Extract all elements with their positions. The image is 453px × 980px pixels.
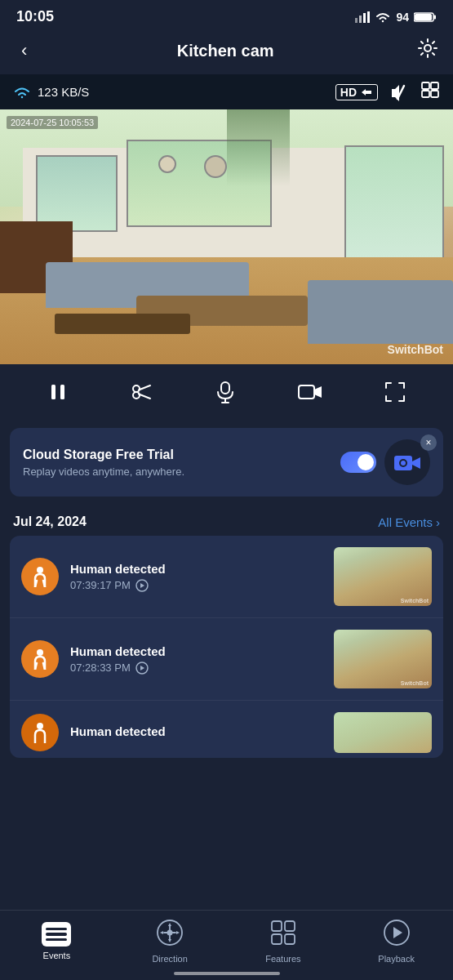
svg-rect-13 bbox=[51, 385, 56, 399]
chevron-right-icon: › bbox=[436, 515, 440, 529]
playback-nav-icon bbox=[383, 919, 411, 950]
events-date: Jul 24, 2024 bbox=[13, 514, 87, 529]
status-icons: 94 bbox=[355, 11, 437, 24]
event-human-icon bbox=[21, 714, 59, 751]
camera-watermark: SwitchBot bbox=[388, 343, 443, 356]
cloud-subtitle: Replay videos anytime, anywhere. bbox=[23, 466, 184, 478]
direction-nav-icon bbox=[156, 919, 184, 950]
nav-item-features[interactable]: Features bbox=[227, 919, 340, 964]
microphone-icon bbox=[215, 381, 235, 403]
cloud-title: Cloud Storage Free Trial bbox=[23, 448, 184, 462]
wifi-status-icon bbox=[13, 86, 31, 99]
event-title: Human detected bbox=[70, 724, 322, 738]
play-icon bbox=[135, 662, 149, 675]
battery-level: 94 bbox=[396, 11, 409, 24]
events-header: Jul 24, 2024 All Events › bbox=[0, 505, 453, 536]
nav-label-features: Features bbox=[265, 954, 300, 964]
camera-timestamp: 2024-07-25 10:05:53 bbox=[7, 116, 98, 129]
page-title: Kitchen cam bbox=[177, 42, 274, 60]
svg-rect-3 bbox=[367, 11, 370, 23]
events-nav-icon bbox=[42, 922, 71, 947]
event-human-icon bbox=[21, 558, 59, 595]
signal-icon bbox=[355, 11, 370, 23]
camera-feed: 2024-07-25 10:05:53 SwitchBot bbox=[0, 109, 453, 364]
gear-icon bbox=[417, 38, 438, 59]
events-list: Human detected 07:39:17 PM SwitchBot bbox=[10, 536, 443, 758]
svg-line-18 bbox=[139, 394, 150, 399]
svg-rect-1 bbox=[359, 16, 362, 23]
microphone-button[interactable] bbox=[206, 376, 245, 408]
video-controls bbox=[0, 364, 453, 420]
mute-button[interactable] bbox=[389, 83, 409, 101]
toolbar-bar: 123 KB/S HD bbox=[0, 74, 453, 109]
svg-point-15 bbox=[133, 385, 140, 392]
svg-point-7 bbox=[424, 45, 431, 51]
svg-rect-6 bbox=[434, 15, 437, 19]
svg-rect-14 bbox=[60, 385, 64, 399]
svg-rect-22 bbox=[299, 385, 314, 399]
event-title: Human detected bbox=[70, 562, 322, 576]
event-title: Human detected bbox=[70, 644, 322, 658]
nav-label-direction: Direction bbox=[152, 954, 187, 964]
nav-item-playback[interactable]: Playback bbox=[340, 919, 453, 964]
svg-point-16 bbox=[133, 392, 140, 399]
pause-icon bbox=[47, 381, 69, 403]
svg-rect-37 bbox=[272, 921, 282, 931]
settings-button[interactable] bbox=[417, 38, 438, 64]
svg-point-25 bbox=[401, 461, 406, 466]
nav-item-direction[interactable]: Direction bbox=[113, 919, 227, 964]
header: ‹ Kitchen cam bbox=[0, 30, 453, 74]
svg-point-36 bbox=[167, 930, 173, 936]
cloud-storage-banner[interactable]: Cloud Storage Free Trial Replay videos a… bbox=[10, 428, 443, 497]
svg-rect-19 bbox=[221, 382, 229, 394]
event-thumbnail[interactable]: SwitchBot bbox=[334, 630, 432, 688]
mute-icon bbox=[389, 83, 409, 101]
svg-rect-0 bbox=[355, 18, 358, 23]
svg-rect-39 bbox=[272, 934, 282, 944]
nav-label-events: Events bbox=[43, 951, 71, 960]
fullscreen-button[interactable] bbox=[375, 376, 415, 408]
list-item[interactable]: Human detected bbox=[10, 701, 443, 758]
battery-icon bbox=[414, 11, 437, 23]
svg-rect-9 bbox=[422, 82, 429, 89]
event-human-icon bbox=[21, 640, 59, 678]
nav-item-events[interactable]: Events bbox=[0, 922, 113, 960]
list-item[interactable]: Human detected 07:39:17 PM SwitchBot bbox=[10, 536, 443, 618]
speed-display: 123 KB/S bbox=[38, 85, 89, 99]
event-thumbnail[interactable]: SwitchBot bbox=[334, 547, 432, 606]
svg-rect-10 bbox=[431, 82, 438, 89]
fullscreen-icon bbox=[384, 381, 406, 403]
svg-point-30 bbox=[37, 649, 43, 656]
back-button[interactable]: ‹ bbox=[15, 37, 33, 65]
grid-icon bbox=[420, 81, 440, 99]
status-bar: 10:05 94 bbox=[0, 0, 453, 30]
event-time: 07:39:17 PM bbox=[70, 579, 322, 592]
svg-point-34 bbox=[37, 723, 43, 729]
svg-rect-38 bbox=[285, 921, 295, 931]
record-icon bbox=[298, 383, 322, 401]
record-button[interactable] bbox=[288, 378, 332, 406]
grid-button[interactable] bbox=[420, 81, 440, 103]
home-indicator bbox=[174, 972, 280, 975]
all-events-link[interactable]: All Events › bbox=[378, 515, 440, 529]
nav-label-playback: Playback bbox=[378, 954, 415, 964]
bottom-nav: Events Direction Features bbox=[0, 910, 453, 980]
event-time: 07:28:33 PM bbox=[70, 662, 322, 675]
list-item[interactable]: Human detected 07:28:33 PM SwitchBot bbox=[10, 618, 443, 701]
svg-rect-11 bbox=[422, 91, 429, 97]
cloud-toggle[interactable] bbox=[340, 452, 376, 473]
hd-badge[interactable]: HD bbox=[335, 84, 378, 100]
svg-rect-40 bbox=[285, 934, 295, 944]
features-nav-icon bbox=[269, 919, 297, 950]
scissors-icon bbox=[131, 381, 153, 403]
status-time: 10:05 bbox=[16, 8, 54, 25]
stream-icon bbox=[360, 87, 373, 98]
svg-line-17 bbox=[139, 385, 150, 390]
scissors-button[interactable] bbox=[121, 376, 163, 408]
svg-rect-5 bbox=[415, 14, 432, 20]
pause-button[interactable] bbox=[38, 376, 78, 408]
event-thumbnail[interactable] bbox=[334, 712, 432, 753]
svg-point-26 bbox=[37, 567, 43, 573]
close-banner-button[interactable]: × bbox=[420, 434, 437, 451]
svg-rect-2 bbox=[363, 13, 366, 23]
